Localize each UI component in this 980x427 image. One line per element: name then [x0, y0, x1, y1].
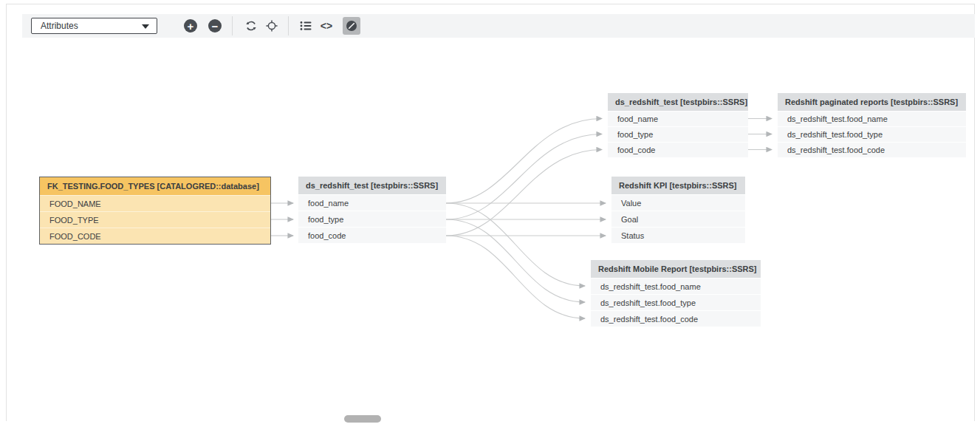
- node-field[interactable]: ds_redshift_test.food_code: [778, 142, 966, 157]
- contrast-toggle-icon: [345, 19, 358, 33]
- node-field[interactable]: food_type: [608, 126, 748, 142]
- node-field[interactable]: food_code: [608, 142, 748, 157]
- node-title[interactable]: Redshift KPI [testpbirs::SSRS]: [611, 177, 745, 194]
- center-view-button[interactable]: [264, 14, 279, 38]
- node-title[interactable]: Redshift paginated reports [testpbirs::S…: [778, 93, 966, 111]
- lineage-node-dataset-top[interactable]: ds_redshift_test [testpbirs::SSRS] food_…: [608, 93, 748, 157]
- node-field[interactable]: Value: [611, 194, 745, 211]
- node-field[interactable]: ds_redshift_test.food_type: [591, 294, 761, 310]
- node-field[interactable]: ds_redshift_test.food_name: [591, 278, 761, 294]
- node-title[interactable]: ds_redshift_test [testpbirs::SSRS]: [608, 93, 748, 111]
- code-view-button[interactable]: <>: [318, 14, 335, 38]
- contrast-toggle-button[interactable]: [343, 17, 360, 35]
- lineage-node-dataset-center[interactable]: ds_redshift_test [testpbirs::SSRS] food_…: [298, 177, 446, 243]
- lineage-node-source-table[interactable]: FK_TESTING.FOOD_TYPES [CATALOGRED::datab…: [39, 177, 271, 245]
- attributes-dropdown-value: Attributes: [41, 21, 78, 31]
- list-view-icon: [299, 19, 312, 33]
- center-target-icon: [265, 19, 278, 33]
- lineage-toolbar: Attributes + − <>: [22, 14, 975, 38]
- node-field[interactable]: FOOD_TYPE: [40, 211, 270, 228]
- plus-icon: +: [188, 20, 194, 33]
- node-field[interactable]: FOOD_CODE: [40, 228, 270, 244]
- node-field[interactable]: Status: [611, 227, 745, 243]
- horizontal-scrollbar-thumb[interactable]: [344, 415, 381, 423]
- node-field[interactable]: ds_redshift_test.food_name: [778, 111, 966, 126]
- lineage-node-paginated-reports[interactable]: Redshift paginated reports [testpbirs::S…: [778, 93, 966, 157]
- node-field[interactable]: food_name: [608, 111, 748, 126]
- toolbar-separator: [232, 16, 233, 35]
- code-view-icon: <>: [321, 20, 332, 32]
- zoom-in-button[interactable]: +: [184, 19, 197, 33]
- lineage-node-mobile-report[interactable]: Redshift Mobile Report [testpbirs::SSRS]…: [591, 260, 761, 327]
- node-title[interactable]: Redshift Mobile Report [testpbirs::SSRS]: [591, 260, 761, 278]
- toolbar-separator: [288, 16, 289, 35]
- node-field[interactable]: ds_redshift_test.food_type: [778, 126, 966, 142]
- node-field[interactable]: ds_redshift_test.food_code: [591, 310, 761, 327]
- node-field[interactable]: Goal: [611, 211, 745, 227]
- node-field[interactable]: food_name: [298, 194, 446, 211]
- zoom-out-button[interactable]: −: [208, 19, 222, 33]
- lineage-node-kpi[interactable]: Redshift KPI [testpbirs::SSRS] Value Goa…: [611, 177, 745, 243]
- refresh-icon: [244, 19, 258, 33]
- node-field[interactable]: FOOD_NAME: [40, 195, 270, 211]
- minus-icon: −: [212, 20, 219, 33]
- node-field[interactable]: food_code: [298, 227, 446, 243]
- attributes-dropdown[interactable]: Attributes: [31, 18, 157, 34]
- refresh-button[interactable]: [244, 14, 258, 38]
- node-field[interactable]: food_type: [298, 211, 446, 227]
- list-view-button[interactable]: [298, 14, 313, 38]
- node-title[interactable]: ds_redshift_test [testpbirs::SSRS]: [298, 177, 446, 194]
- chevron-down-icon: [142, 24, 149, 29]
- node-title[interactable]: FK_TESTING.FOOD_TYPES [CATALOGRED::datab…: [40, 177, 270, 195]
